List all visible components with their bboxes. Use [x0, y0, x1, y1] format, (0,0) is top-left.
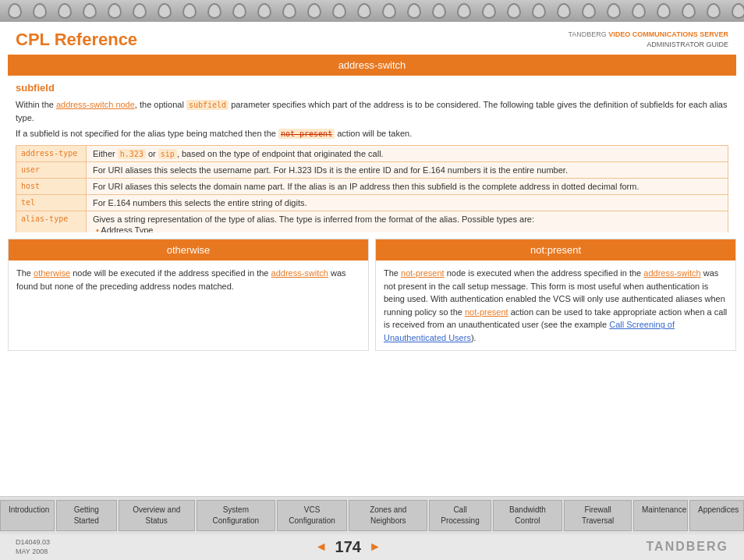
tab-call-processing[interactable]: Call Processing: [429, 500, 491, 531]
spiral-hole: [382, 3, 396, 19]
tab-introduction[interactable]: Introduction: [0, 500, 55, 531]
spiral-hole: [307, 3, 321, 19]
spiral-hole: [232, 3, 246, 19]
product-name: VIDEO COMMUNICATIONS SERVER: [608, 30, 728, 38]
tab-bandwidth-control[interactable]: Bandwidth Control: [493, 500, 563, 531]
doc-date: MAY 2008: [16, 547, 50, 557]
brand-name: TANDBERG: [568, 30, 606, 38]
table-cell-code: address-type: [16, 145, 87, 161]
table-cell-desc: For URI aliases this selects the usernam…: [87, 161, 728, 178]
address-switch-link-not-present[interactable]: address-switch: [643, 268, 700, 278]
spacer: [0, 351, 744, 495]
nav-tabs-container: Introduction Getting Started Overview an…: [0, 500, 744, 531]
tab-firewall-traversal[interactable]: Firewall Traversal: [564, 500, 632, 531]
tandberg-logo: TANDBERG: [647, 540, 728, 554]
table-row: host For URI aliases this selects the do…: [16, 178, 728, 194]
tab-maintenance[interactable]: Maintenance: [633, 500, 688, 531]
page-footer: D14049.03 MAY 2008 ◄ 174 ► TANDBERG: [0, 534, 744, 560]
alias-type-list: Address Type Result URI url-ID H.323 ID …: [93, 224, 721, 233]
spiral-hole: [207, 3, 221, 19]
spiral-hole: [257, 3, 271, 19]
doc-title: CPL Reference: [16, 30, 137, 50]
table-cell-desc: For URI aliases this selects the domain …: [87, 178, 728, 194]
spiral-hole: [482, 3, 496, 19]
spiral-hole: [133, 3, 147, 19]
spiral-hole: [282, 3, 296, 19]
spiral-hole: [108, 3, 122, 19]
address-switch-bar: address-switch: [8, 55, 736, 76]
not-present-body: The not-present node is executed when th…: [376, 261, 735, 350]
tab-overview-status[interactable]: Overview and Status: [119, 500, 195, 531]
spiral-hole: [682, 3, 696, 19]
table-row: address-type Either h.323 or sip, based …: [16, 145, 728, 161]
table-row: user For URI aliases this selects the us…: [16, 161, 728, 178]
table-cell-desc: Gives a string representation of the typ…: [87, 211, 728, 232]
spiral-binding: [0, 0, 744, 22]
tab-system-configuration[interactable]: System Configuration: [197, 500, 275, 531]
two-column-section: otherwise The otherwise node will be exe…: [8, 239, 736, 351]
spiral-hole: [182, 3, 197, 19]
subfield-code: subfield: [186, 100, 229, 110]
tab-appendices[interactable]: Appendices: [689, 500, 744, 531]
otherwise-header: otherwise: [9, 239, 368, 261]
spiral-hole: [607, 3, 621, 19]
spiral-hole: [457, 3, 471, 19]
not-present-link[interactable]: not-present: [401, 268, 445, 278]
spiral-hole: [557, 3, 571, 19]
table-cell-desc: Either h.323 or sip, based on the type o…: [87, 145, 728, 161]
not-present-header: not:present: [376, 239, 735, 261]
doc-header: CPL Reference TANDBERG VIDEO COMMUNICATI…: [0, 22, 744, 55]
table-cell-code: user: [16, 161, 87, 178]
table-cell-code: host: [16, 178, 87, 194]
spiral-hole: [732, 3, 744, 19]
tab-vcs-configuration[interactable]: VCS Configuration: [277, 500, 347, 531]
otherwise-link[interactable]: otherwise: [34, 268, 70, 278]
spiral-hole: [532, 3, 546, 19]
table-row: tel For E.164 numbers this selects the e…: [16, 194, 728, 211]
not-present-link-2[interactable]: not-present: [465, 307, 508, 317]
next-page-arrow[interactable]: ►: [369, 540, 381, 554]
spiral-hole: [582, 3, 596, 19]
document: CPL Reference TANDBERG VIDEO COMMUNICATI…: [0, 22, 744, 560]
subfield-description-1: Within the address-switch node, the opti…: [16, 98, 728, 124]
content-area: subfield Within the address-switch node,…: [0, 76, 744, 232]
address-switch-link-otherwise[interactable]: address-switch: [271, 268, 328, 278]
subfield-table: address-type Either h.323 or sip, based …: [16, 145, 728, 233]
spiral-hole: [632, 3, 646, 19]
spiral-hole: [707, 3, 721, 19]
page-number: 174: [335, 538, 361, 556]
bottom-navigation: Introduction Getting Started Overview an…: [0, 496, 744, 534]
address-switch-node-link[interactable]: address-switch node: [56, 100, 135, 109]
tandberg-info: TANDBERG VIDEO COMMUNICATIONS SERVER ADM…: [568, 30, 728, 49]
guide-name: ADMINISTRATOR GUIDE: [568, 40, 728, 50]
spiral-hole: [158, 3, 172, 19]
prev-page-arrow[interactable]: ◄: [315, 540, 328, 554]
call-screening-link[interactable]: Call Screening of Unauthenticated Users: [384, 320, 675, 342]
spiral-hole: [407, 3, 421, 19]
table-cell-code: tel: [16, 194, 87, 211]
spiral-hole: [332, 3, 346, 19]
tab-getting-started[interactable]: Getting Started: [56, 500, 117, 531]
spiral-hole: [657, 3, 671, 19]
table-cell-desc: For E.164 numbers this selects the entir…: [87, 194, 728, 211]
otherwise-panel: otherwise The otherwise node will be exe…: [8, 239, 369, 351]
subfield-description-2: If a subfield is not specified for the a…: [16, 127, 728, 140]
list-item: Address Type: [96, 224, 721, 233]
spiral-hole: [83, 3, 97, 19]
spiral-hole: [8, 3, 22, 19]
tab-zones-neighbors[interactable]: Zones and Neighbors: [349, 500, 427, 531]
spiral-hole: [357, 3, 371, 19]
page-navigation: ◄ 174 ►: [315, 538, 381, 556]
doc-id: D14049.03: [16, 537, 50, 548]
spiral-hole: [58, 3, 72, 19]
table-row: alias-type Gives a string representation…: [16, 211, 728, 232]
spiral-hole: [432, 3, 446, 19]
not-present-code: not-present: [278, 129, 335, 139]
doc-info: D14049.03 MAY 2008: [16, 537, 50, 557]
otherwise-body: The otherwise node will be executed if t…: [9, 261, 368, 299]
subfield-title: subfield: [16, 82, 728, 94]
spiral-hole: [33, 3, 47, 19]
table-cell-code: alias-type: [16, 211, 87, 232]
spiral-hole: [507, 3, 521, 19]
not-present-panel: not:present The not-present node is exec…: [375, 239, 736, 351]
